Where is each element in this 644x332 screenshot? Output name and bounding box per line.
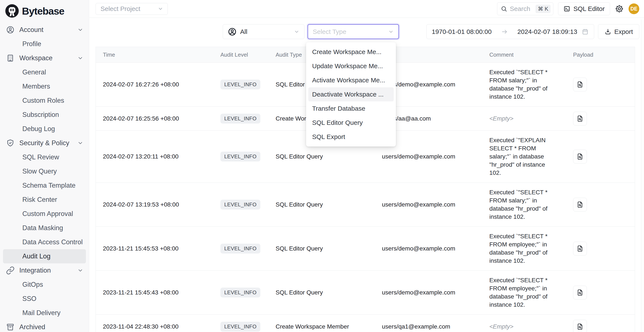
file-search-icon — [576, 153, 584, 160]
sidebar-item-members[interactable]: Members — [3, 79, 86, 94]
sidebar-item-sso[interactable]: SSO — [3, 292, 86, 306]
user-circle-icon — [228, 27, 237, 36]
cell-time: 2024-02-07 16:25:56 +08:00 — [96, 115, 220, 122]
cell-time: 2024-02-07 13:20:11 +08:00 — [96, 153, 220, 160]
sidebar-section-account[interactable]: Account — [0, 23, 89, 37]
terminal-icon — [564, 5, 570, 12]
cell-audit-type: SQL Editor Query — [276, 245, 382, 252]
sidebar-item-label: Subscription — [22, 111, 59, 119]
avatar[interactable]: DE — [628, 3, 639, 14]
sidebar-nav: Account Profile Workspace General Member… — [0, 22, 89, 332]
gear-icon[interactable] — [615, 4, 624, 13]
date-from-value: 1970-01-01 08:00:00 — [432, 28, 492, 35]
cell-actor: users/demo@example.com — [382, 289, 489, 296]
sidebar-item-label: Audit Log — [22, 252, 50, 260]
type-dropdown-option[interactable]: Activate Workspace Me... — [308, 73, 394, 87]
cell-comment: <Empty> — [489, 317, 573, 332]
sidebar-item-label: Schema Template — [22, 182, 76, 189]
sidebar-item-risk-center[interactable]: Risk Center — [3, 193, 86, 207]
type-dropdown-option[interactable]: Deactivate Workspace ... — [308, 87, 394, 101]
search-placeholder: Search — [510, 5, 533, 12]
sidebar-section-integration[interactable]: Integration — [0, 263, 89, 278]
type-dropdown-option[interactable]: Create Workspace Me... — [308, 45, 394, 59]
file-search-icon — [576, 323, 584, 330]
view-payload-button[interactable] — [573, 286, 587, 299]
cell-payload — [573, 286, 628, 299]
cell-payload — [573, 198, 628, 211]
sidebar-item-data-masking[interactable]: Data Masking — [3, 221, 86, 235]
sidebar-item-sql-review[interactable]: SQL Review — [3, 150, 86, 164]
link-icon — [6, 266, 14, 275]
search-shortcut-badge: ⌘ K — [536, 5, 551, 13]
sidebar-item-label: Mail Delivery — [22, 309, 60, 317]
cell-audit-level: LEVEL_INFO — [220, 152, 276, 162]
type-dropdown-option[interactable]: Update Workspace Me... — [308, 59, 394, 73]
avatar-initials: DE — [630, 6, 637, 12]
type-dropdown-menu: Create Workspace Me... Update Workspace … — [306, 42, 396, 147]
cell-comment: Executed `"EXPLAIN SELECT * FROM salary;… — [489, 131, 573, 182]
sidebar-item-slow-query[interactable]: Slow Query — [3, 164, 86, 178]
calendar-icon — [582, 28, 589, 35]
cell-comment: <Empty> — [489, 109, 573, 128]
sidebar-item-mail-delivery[interactable]: Mail Delivery — [3, 306, 86, 320]
chevron-down-icon — [77, 267, 83, 273]
cell-payload — [573, 78, 628, 91]
view-payload-button[interactable] — [573, 198, 587, 211]
sidebar-item-label: Custom Approval — [22, 210, 73, 218]
vertical-scrollbar[interactable] — [641, 19, 644, 332]
cell-audit-level: LEVEL_INFO — [220, 200, 276, 209]
actor-filter-select[interactable]: All — [223, 24, 304, 39]
archive-icon — [6, 323, 14, 331]
sidebar-item-gitops[interactable]: GitOps — [3, 278, 86, 292]
building-icon — [6, 54, 14, 62]
column-header-time: Time — [96, 51, 220, 58]
column-header-comment: Comment — [489, 51, 573, 58]
sidebar-item-custom-roles[interactable]: Custom Roles — [3, 94, 86, 108]
chevron-down-icon — [158, 6, 163, 11]
type-dropdown-option[interactable]: SQL Editor Query — [308, 116, 394, 130]
export-button[interactable]: Export — [598, 24, 639, 39]
table-row: 2023-11-04 22:48:30 +08:00 LEVEL_INFO Cr… — [96, 315, 635, 332]
view-payload-button[interactable] — [573, 78, 587, 91]
date-to-value: 2024-02-07 18:09:13 — [518, 28, 578, 35]
cell-payload — [573, 320, 628, 332]
comment-text: Executed `"SELECT * FROM employee;"` in … — [489, 232, 558, 265]
sidebar-item-general[interactable]: General — [3, 65, 86, 79]
comment-text: <Empty> — [489, 323, 558, 331]
view-payload-button[interactable] — [573, 150, 587, 164]
cell-payload — [573, 242, 628, 255]
column-header-audit-level: Audit Level — [220, 51, 276, 58]
sidebar-item-label: SSO — [22, 295, 36, 303]
sidebar-item-audit-log[interactable]: Audit Log — [3, 249, 86, 263]
cell-audit-type: Create Workspace Member — [276, 323, 382, 330]
type-filter-select[interactable]: Select Type — [308, 24, 399, 39]
date-range-picker[interactable]: 1970-01-01 08:00:00 2024-02-07 18:09:13 — [426, 24, 594, 39]
sidebar: Bytebase Account Profile Workspace Gener… — [0, 0, 89, 332]
sql-editor-button[interactable]: SQL Editor — [558, 2, 610, 15]
shield-check-icon — [6, 139, 14, 147]
sidebar-item-label: Data Access Control — [22, 238, 83, 246]
type-dropdown-option[interactable]: SQL Export — [308, 130, 394, 144]
table-row: 2023-11-21 15:45:53 +08:00 LEVEL_INFO SQ… — [96, 227, 635, 271]
cell-audit-level: LEVEL_INFO — [220, 114, 276, 124]
sidebar-item-archived[interactable]: Archived — [0, 320, 89, 332]
bytebase-logo-icon — [5, 4, 19, 18]
view-payload-button[interactable] — [573, 320, 587, 332]
project-select[interactable]: Select Project — [96, 3, 168, 15]
search-input[interactable]: Search ⌘ K — [497, 2, 553, 15]
sidebar-item-custom-approval[interactable]: Custom Approval — [3, 207, 86, 221]
sidebar-item-subscription[interactable]: Subscription — [3, 108, 86, 122]
brand[interactable]: Bytebase — [0, 0, 89, 22]
sidebar-section-workspace[interactable]: Workspace — [0, 51, 89, 65]
sidebar-item-schema-template[interactable]: Schema Template — [3, 178, 86, 193]
sidebar-section-security-policy[interactable]: Security & Policy — [0, 136, 89, 150]
file-search-icon — [576, 201, 584, 208]
sidebar-item-data-access-control[interactable]: Data Access Control — [3, 235, 86, 249]
sidebar-item-label: Slow Query — [22, 167, 57, 175]
type-dropdown-option[interactable]: Transfer Database — [308, 101, 394, 116]
cell-actor: users/demo@example.com — [382, 245, 489, 252]
view-payload-button[interactable] — [573, 242, 587, 255]
sidebar-item-debug-log[interactable]: Debug Log — [3, 122, 86, 136]
view-payload-button[interactable] — [573, 112, 587, 126]
sidebar-item-profile[interactable]: Profile — [3, 37, 86, 51]
